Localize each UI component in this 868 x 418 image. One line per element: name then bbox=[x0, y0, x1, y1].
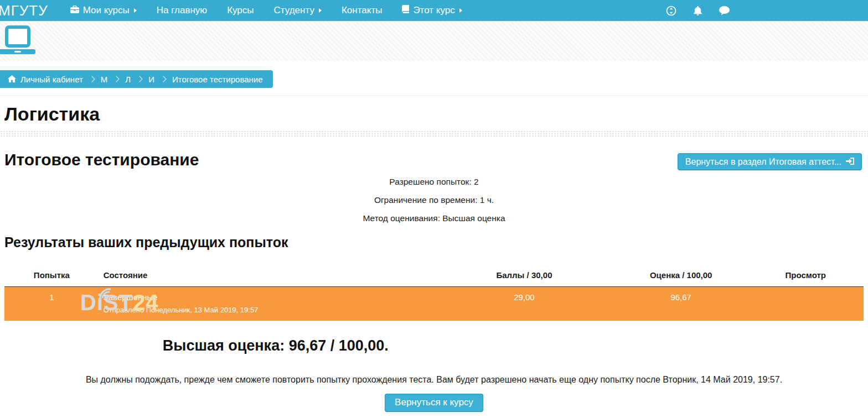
breadcrumb-item-l[interactable]: Л bbox=[125, 75, 131, 84]
chevron-right-icon bbox=[113, 76, 120, 82]
col-review: Просмотр bbox=[747, 264, 864, 287]
navbar-right-icons bbox=[666, 0, 730, 21]
wait-message: Вы должны подождать, прежде чем сможете … bbox=[0, 374, 868, 385]
time-limit-text: Ограничение по времени: 1 ч. bbox=[0, 195, 868, 206]
laptop-screen bbox=[5, 25, 30, 48]
chevron-right-icon bbox=[89, 76, 95, 82]
nav-student[interactable]: Студенту bbox=[264, 0, 332, 21]
nav-home[interactable]: На главную bbox=[147, 0, 217, 21]
nav-label: Этот курс bbox=[413, 5, 454, 16]
nav-label: Студенту bbox=[274, 5, 314, 16]
table-row: 1 Завершенные Отправлено Понедельник, 13… bbox=[4, 287, 864, 321]
col-state: Состояние bbox=[99, 264, 434, 287]
col-grade: Оценка / 100,00 bbox=[614, 264, 748, 287]
breadcrumb: Личный кабинет М Л И Итоговое тестирован… bbox=[0, 70, 273, 88]
nav-courses[interactable]: Курсы bbox=[217, 0, 264, 21]
col-marks: Баллы / 30,00 bbox=[434, 264, 614, 287]
final-grade-text: Высшая оценка: 96,67 / 100,00. bbox=[0, 337, 551, 354]
review-cell bbox=[747, 287, 864, 321]
attempts-table: Попытка Состояние Баллы / 30,00 Оценка /… bbox=[4, 264, 864, 321]
breadcrumb-row: Личный кабинет М Л И Итоговое тестирован… bbox=[0, 70, 868, 88]
results-heading: Результаты ваших предыдущих попыток bbox=[4, 234, 868, 250]
fullscreen-toggle-icon[interactable] bbox=[666, 6, 676, 16]
bell-icon[interactable] bbox=[694, 6, 702, 15]
caret-icon bbox=[459, 8, 462, 13]
marks-cell: 29,00 bbox=[434, 287, 614, 321]
nav-label: На главную bbox=[157, 5, 207, 16]
caret-icon bbox=[134, 8, 137, 13]
breadcrumb-dashboard[interactable]: Личный кабинет bbox=[8, 75, 83, 84]
back-to-course-button[interactable]: Вернуться к курсу bbox=[385, 394, 483, 412]
laptop-base bbox=[0, 49, 35, 54]
laptop-notch bbox=[14, 51, 21, 53]
breadcrumb-item-i[interactable]: И bbox=[148, 75, 154, 84]
attempts-allowed-text: Разрешено попыток: 2 bbox=[0, 176, 868, 187]
main-content: Логистика Итоговое тестирование Вернутьс… bbox=[0, 95, 868, 412]
sign-in-icon bbox=[846, 157, 854, 167]
header-banner bbox=[0, 21, 868, 61]
chevron-right-icon bbox=[137, 76, 143, 82]
breadcrumb-item-m[interactable]: М bbox=[101, 75, 108, 84]
table-header-row: Попытка Состояние Баллы / 30,00 Оценка /… bbox=[4, 264, 864, 287]
main-nav: Мои курсы На главную Курсы Студенту Конт… bbox=[60, 0, 472, 21]
button-label: Вернуться в раздел Итоговая аттест... bbox=[685, 157, 841, 167]
submitted-text: Отправлено Понедельник, 13 Май 2019, 19:… bbox=[104, 306, 430, 314]
state-cell: Завершенные Отправлено Понедельник, 13 М… bbox=[99, 287, 434, 321]
nav-my-courses[interactable]: Мои курсы bbox=[60, 0, 147, 21]
quiz-header: Итоговое тестирование Вернуться в раздел… bbox=[0, 150, 868, 170]
breadcrumb-current: Итоговое тестирование bbox=[172, 75, 263, 84]
state-text: Завершенные bbox=[104, 292, 430, 302]
col-attempt: Попытка bbox=[4, 264, 99, 287]
chat-icon[interactable] bbox=[719, 6, 730, 15]
home-icon bbox=[8, 75, 16, 84]
breadcrumb-label: М bbox=[101, 75, 108, 84]
breadcrumb-label: Л bbox=[125, 75, 131, 84]
page-title: Логистика bbox=[4, 103, 868, 125]
nav-label: Мои курсы bbox=[83, 5, 130, 16]
nav-label: Контакты bbox=[342, 5, 382, 16]
dotted-divider bbox=[0, 130, 868, 137]
briefcase-icon bbox=[70, 5, 79, 16]
breadcrumb-label: И bbox=[148, 75, 154, 84]
nav-this-course[interactable]: Этот курс bbox=[392, 0, 472, 21]
grading-method-text: Метод оценивания: Высшая оценка bbox=[0, 213, 868, 224]
grade-cell: 96,67 bbox=[614, 287, 748, 321]
laptop-logo-icon[interactable] bbox=[0, 24, 40, 55]
nav-contacts[interactable]: Контакты bbox=[332, 0, 392, 21]
breadcrumb-label: Личный кабинет bbox=[20, 75, 83, 84]
attempt-number-cell: 1 bbox=[4, 287, 99, 321]
caret-icon bbox=[319, 8, 322, 13]
chevron-right-icon bbox=[160, 76, 166, 82]
back-to-section-button[interactable]: Вернуться в раздел Итоговая аттест... bbox=[678, 153, 862, 170]
nav-label: Курсы bbox=[227, 5, 254, 16]
brand-logo[interactable]: МГУТУ bbox=[0, 2, 48, 19]
breadcrumb-label: Итоговое тестирование bbox=[172, 75, 263, 84]
book-icon bbox=[402, 5, 409, 16]
top-navbar: МГУТУ Мои курсы На главную Курсы Студент… bbox=[0, 0, 868, 21]
quiz-info: Разрешено попыток: 2 Ограничение по врем… bbox=[0, 176, 868, 224]
